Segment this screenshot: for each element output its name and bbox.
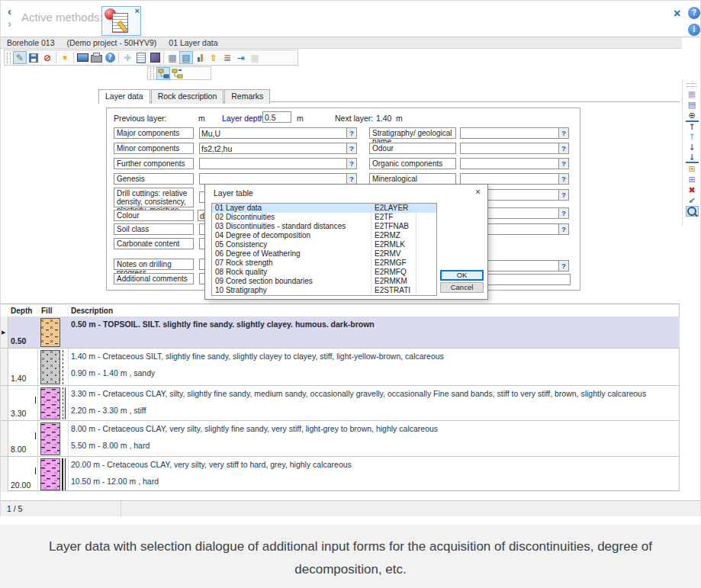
hidden-field-help-button[interactable]: ? [558, 223, 569, 235]
list-item-name: 09 Cored section boundaries [212, 277, 371, 286]
edit-record-icon[interactable]: ✎ [13, 51, 27, 64]
list-item-code: E2RMZ [371, 231, 416, 240]
record-view-icon[interactable]: ▤ [179, 51, 193, 64]
collapse-left-icon[interactable]: ‹ [8, 5, 11, 17]
method-tab-layer-data[interactable]: × [101, 6, 141, 36]
mineralogical-composition-input[interactable] [460, 173, 559, 185]
method-tab-close-icon[interactable]: × [135, 6, 140, 15]
list-item-rock-strength[interactable]: 07 Rock strengthE2RMGF [212, 259, 436, 268]
further-components-help-button[interactable]: ? [346, 158, 357, 169]
accept-record-icon[interactable]: ✔ [686, 195, 699, 206]
export-icon[interactable]: ⇥ [234, 51, 248, 64]
select-layer-table-icon[interactable] [686, 206, 699, 217]
cancel-icon[interactable]: ⊘ [40, 51, 54, 64]
library-book-icon[interactable] [148, 51, 162, 64]
ok-button[interactable]: OK [440, 270, 484, 281]
stratigraphy-input[interactable] [460, 127, 559, 139]
genesis-input[interactable] [199, 173, 347, 185]
list-item-name: 08 Rock quality [212, 268, 371, 277]
insert-record-below-icon[interactable]: ⊞ [686, 174, 699, 185]
delete-record-icon[interactable]: ✖ [686, 185, 699, 195]
help-icon[interactable]: ? [688, 7, 700, 19]
layer-depth-input[interactable] [262, 111, 291, 123]
breadcrumb-method[interactable]: 01 Layer data [169, 38, 217, 47]
monitor-icon [77, 53, 88, 62]
field-label-minor-components: Minor components [114, 143, 194, 154]
layer-row-2[interactable]: 1.40 1.40 m - Cretaceous SILT, slightly … [1, 349, 680, 386]
add-item-icon[interactable]: ✚ [121, 51, 134, 64]
hidden-field-help-button[interactable]: ? [558, 207, 569, 219]
document-icon[interactable] [134, 51, 148, 64]
list-item-code: E2TFNAB [371, 222, 416, 231]
list-item-degree-weathering[interactable]: 06 Degree of WeatheringE2RMV [212, 249, 436, 259]
toolbar-grip[interactable] [7, 53, 11, 63]
layer-row-3[interactable]: 3.30 3.30 m - Cretaceous CLAY, silty, sl… [1, 386, 680, 421]
list-item-cored-section[interactable]: 09 Cored section boundariesE2RMKM [212, 277, 436, 286]
fill-annotation-line [62, 458, 63, 490]
fill-cell [37, 316, 69, 348]
organic-components-help-button[interactable]: ? [558, 158, 569, 169]
list-item-degree-decomposition[interactable]: 04 Degree of decompositionE2RMZ [212, 231, 436, 240]
toolbar-grip[interactable] [687, 83, 697, 87]
toolbar-grip[interactable] [150, 68, 154, 79]
organic-components-input[interactable] [460, 158, 559, 169]
list-item-discontinuities[interactable]: 02 DiscontinuitiesE2TF [212, 213, 436, 222]
major-components-input[interactable] [199, 127, 347, 139]
minor-components-input[interactable] [199, 143, 347, 154]
preview-monitor-icon[interactable] [76, 51, 89, 64]
list-item-rock-quality[interactable]: 08 Rock qualityE2RMFQ [212, 268, 436, 277]
list-item-layer-data[interactable]: 01 Layer dataE2LAYER [212, 204, 436, 213]
active-methods-bar: ‹ › Active methods: × × ? i [1, 1, 700, 37]
wizard-wand-icon[interactable]: ✶ [58, 51, 72, 64]
mineralogical-composition-help-button[interactable]: ? [558, 173, 569, 185]
tree-view-icon[interactable] [156, 67, 170, 80]
active-methods-label: Active methods: [21, 11, 103, 24]
major-components-help-button[interactable]: ? [346, 127, 357, 139]
upload-data-icon[interactable]: ⇧ [207, 51, 220, 64]
genesis-help-button[interactable]: ? [346, 173, 357, 185]
chart-icon[interactable] [193, 51, 207, 64]
table-view-icon[interactable]: ▦ [686, 88, 699, 99]
field-label-soil-class: Soil class [114, 223, 194, 235]
odour-help-button[interactable]: ? [558, 143, 569, 154]
list-item-stratigraphy[interactable]: 10 StratigraphyE2STRATI [212, 286, 436, 295]
description-cell: 3.30 m - Cretaceous CLAY, silty, slightl… [68, 386, 680, 420]
goto-record-icon[interactable]: ⊕ [686, 110, 699, 120]
dialog-close-icon[interactable]: × [475, 187, 481, 198]
previous-record-icon[interactable]: ↑ [686, 131, 699, 142]
odour-input[interactable] [460, 143, 559, 154]
layer-row-5[interactable]: 20.00 20.00 m - Cretaceous CLAY, very si… [1, 457, 680, 492]
next-record-icon[interactable]: ↓ [686, 142, 699, 153]
layer-row-1[interactable]: ▶ 0.50 0.50 m - TOPSOIL. SILT. slightly … [1, 316, 680, 349]
tab-remarks[interactable]: Remarks [224, 89, 270, 104]
breadcrumb-borehole[interactable]: Borehole 013 [7, 38, 54, 47]
list-item-consistency[interactable]: 05 ConsistencyE2RMLK [212, 240, 436, 249]
tree-collapse-icon[interactable] [170, 67, 184, 80]
fill-annotation-line [63, 350, 63, 384]
minor-components-help-button[interactable]: ? [346, 143, 357, 154]
hidden-field-help-button[interactable]: ? [558, 260, 569, 272]
last-record-icon[interactable]: ↓ [686, 153, 699, 163]
save-icon[interactable] [27, 51, 40, 64]
expand-right-icon[interactable]: › [8, 18, 11, 29]
close-window-icon[interactable]: × [674, 7, 680, 21]
form-view-icon[interactable]: ▤ [686, 99, 699, 110]
tab-rock-description[interactable]: Rock description [151, 89, 224, 104]
tab-layer-data[interactable]: Layer data [98, 89, 150, 104]
info-icon[interactable]: i [688, 24, 700, 36]
hidden-field-help-button[interactable]: ? [558, 189, 569, 201]
grid-view-icon[interactable]: ▦ [166, 51, 179, 64]
layer-row-4[interactable]: 8.00 8.00 m - Cretaceous CLAY, very silt… [1, 421, 680, 457]
breadcrumb-project: (Demo project - 50HYV9) [66, 38, 156, 47]
help-toolbar-icon[interactable]: ? [103, 51, 117, 64]
tree-toolbar [147, 66, 211, 80]
print-icon[interactable] [89, 51, 103, 64]
insert-record-above-icon[interactable]: ⊞ [686, 163, 699, 174]
stratigraphy-help-button[interactable]: ? [558, 127, 569, 139]
first-record-icon[interactable]: ↑ [686, 120, 699, 131]
list-item-discontinuities-standard[interactable]: 03 Discontinuities - standard distancesE… [212, 222, 436, 231]
further-components-input[interactable] [199, 158, 347, 169]
tree-structure-alt-icon [172, 69, 183, 79]
cancel-button[interactable]: Cancel [440, 282, 484, 293]
list-edit-icon[interactable]: ≣ [220, 51, 234, 64]
